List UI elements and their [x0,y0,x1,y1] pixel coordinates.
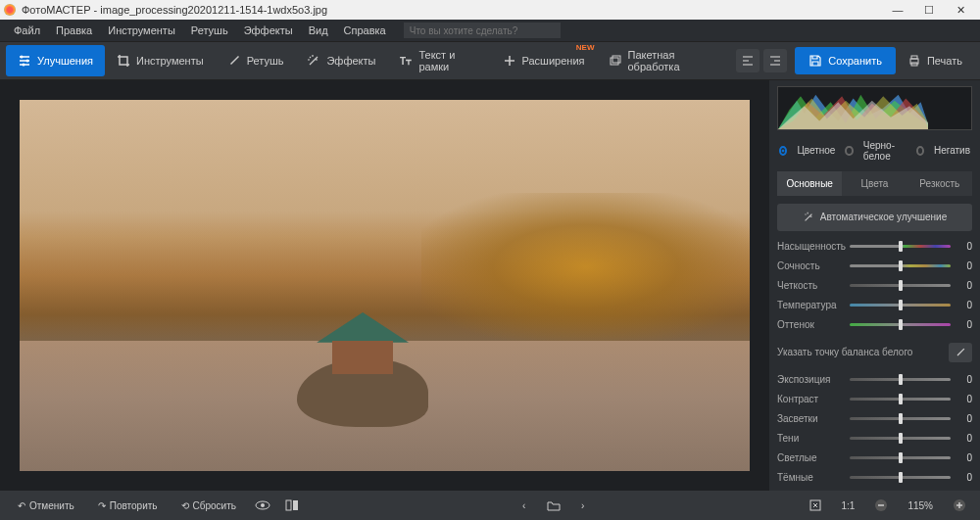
zoom-ratio[interactable]: 1:1 [832,495,865,516]
radio-color[interactable] [779,146,787,156]
redo-button[interactable]: ↷Повторить [88,495,168,516]
plus-icon [503,54,516,68]
menubar: Файл Правка Инструменты Ретушь Эффекты В… [0,20,980,41]
slider-shadows[interactable] [850,437,951,440]
svg-point-2 [23,64,25,67]
tab-main[interactable]: Основные [777,171,842,196]
tab-effects[interactable]: Эффекты [295,45,387,76]
slider-vibrance[interactable] [850,264,951,267]
svg-point-10 [261,503,265,507]
panel-toggle-right[interactable] [763,49,787,72]
zoom-out-button[interactable] [868,495,894,516]
save-icon [808,54,822,68]
menu-retouch[interactable]: Ретушь [183,24,236,36]
menu-file[interactable]: Файл [6,24,48,36]
tab-batch[interactable]: Пакетная обработка [597,45,729,76]
radio-negative[interactable] [916,146,924,156]
slider-whites[interactable] [850,456,951,459]
next-image-button[interactable]: › [570,495,596,516]
slider-temperature[interactable] [850,304,951,307]
slider-clarity[interactable] [850,284,951,287]
compare-toggle[interactable] [279,495,305,516]
wand-icon [803,212,814,223]
tab-enhance[interactable]: Улучшения [6,45,105,76]
zoom-value: 115% [898,495,943,516]
menu-effects[interactable]: Эффекты [236,24,301,36]
crop-icon [117,54,130,68]
text-icon: Tᴛ [399,54,413,68]
histogram [777,86,972,130]
slider-blacks[interactable] [850,476,951,479]
sliders-icon [18,54,31,68]
tab-colors[interactable]: Цвета [842,171,906,196]
slider-tint[interactable] [850,323,951,326]
menu-tools[interactable]: Инструменты [100,24,183,36]
undo-icon: ↶ [18,500,25,511]
canvas-area [0,80,769,491]
slider-contrast[interactable] [850,398,951,401]
toolbar: Улучшения Инструменты Ретушь Эффекты Tᴛ … [0,41,980,80]
preview-toggle[interactable] [250,495,275,516]
reset-button[interactable]: ⟲Сбросить [172,495,246,516]
svg-point-1 [26,60,29,63]
menu-edit[interactable]: Правка [48,24,100,36]
slider-exposure[interactable] [850,378,951,381]
eyedropper-button[interactable] [949,343,972,362]
bottombar: ↶Отменить ↷Повторить ⟲Сбросить ‹ › 1:1 1… [0,491,980,520]
search-input[interactable] [404,23,561,38]
app-icon [4,4,16,16]
fit-screen-button[interactable] [803,495,828,516]
stack-icon [609,54,622,68]
svg-rect-5 [612,56,620,63]
print-button[interactable]: Печать [896,47,974,74]
svg-rect-12 [293,500,298,510]
tab-retouch[interactable]: Ретушь [216,45,296,76]
photo-canvas[interactable] [20,100,750,471]
browse-button[interactable] [541,495,566,516]
svg-point-0 [21,56,24,59]
sidebar: Цветное Черно-белое Негатив Основные Цве… [769,80,980,491]
menu-help[interactable]: Справка [336,24,394,36]
zoom-in-button[interactable] [947,495,972,516]
slider-highlights[interactable] [850,417,951,420]
svg-rect-4 [611,58,618,65]
reset-icon: ⟲ [181,500,189,511]
redo-icon: ↷ [98,500,106,511]
radio-bw[interactable] [845,146,853,156]
brush-icon [227,54,241,68]
title-text: ФотоМАСТЕР - image_processing20201211-15… [22,4,888,16]
tab-sharpness[interactable]: Резкость [907,171,972,196]
minimize-button[interactable]: — [888,4,907,17]
new-badge: NEW [576,43,595,52]
tab-extensions[interactable]: Расширения NEW [491,45,597,76]
svg-rect-7 [911,56,917,59]
titlebar: ФотоМАСТЕР - image_processing20201211-15… [0,0,980,20]
tab-tools[interactable]: Инструменты [105,45,216,76]
save-button[interactable]: Сохранить [795,47,896,74]
prev-image-button[interactable]: ‹ [512,495,537,516]
slider-saturation[interactable] [850,245,951,248]
print-icon [907,54,921,68]
wand-icon [307,54,320,68]
svg-rect-11 [286,500,291,510]
undo-button[interactable]: ↶Отменить [8,495,84,516]
menu-view[interactable]: Вид [301,24,336,36]
svg-text:Tᴛ: Tᴛ [400,56,412,67]
maximize-button[interactable]: ☐ [919,4,939,17]
tab-text[interactable]: Tᴛ Текст и рамки [387,45,490,76]
close-button[interactable]: ✕ [951,4,970,17]
panel-toggle-left[interactable] [736,49,760,72]
auto-enhance-button[interactable]: Автоматическое улучшение [777,204,972,231]
